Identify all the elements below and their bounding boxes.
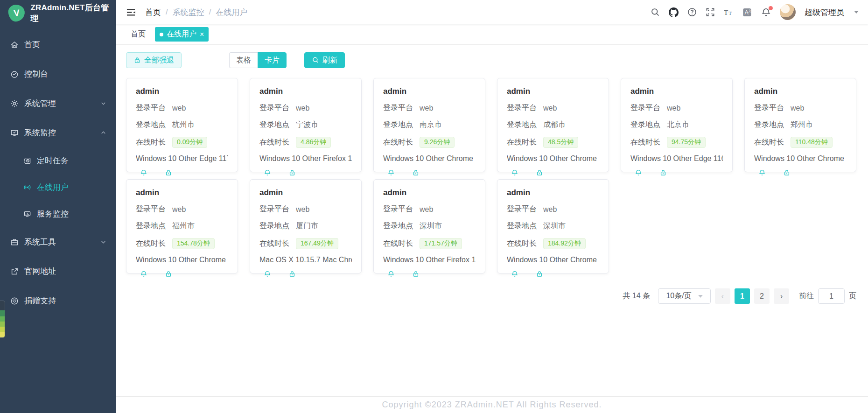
sidebar-item-official-site[interactable]: 官网地址 [0, 257, 116, 286]
dashboard-icon [10, 70, 19, 78]
force-logout-icon[interactable] [536, 169, 543, 176]
message-bell-icon[interactable] [140, 169, 147, 176]
chevron-down-icon [100, 239, 106, 245]
help-icon[interactable] [687, 7, 697, 17]
external-link-icon [10, 267, 19, 276]
toolbox-icon [10, 238, 19, 246]
location-value: 福州市 [172, 221, 195, 231]
message-bell-icon[interactable] [140, 270, 147, 278]
sidebar-item-scheduled-tasks[interactable]: 定时任务 [0, 147, 116, 174]
force-logout-icon[interactable] [783, 169, 791, 176]
message-bell-icon[interactable] [511, 169, 518, 176]
sidebar-item-label: 官网地址 [24, 266, 106, 277]
breadcrumb-system-monitor[interactable]: 系统监控 [173, 7, 204, 18]
platform-label: 登录平台 [630, 103, 660, 113]
online-users-icon [23, 183, 31, 191]
message-bell-icon[interactable] [264, 169, 271, 176]
force-logout-icon[interactable] [288, 169, 296, 176]
top-header: 首页 / 系统监控 / 在线用户 TT A文 [116, 0, 868, 24]
monitor-icon [10, 129, 19, 137]
user-card: admin 登录平台 web 登录地点 北京市 在线时长 94.75分钟 Win… [621, 78, 733, 172]
user-card: admin 登录平台 web 登录地点 郑州市 在线时长 110.48分钟 Wi… [744, 78, 856, 172]
message-bell-icon[interactable] [511, 270, 518, 278]
github-icon[interactable] [669, 7, 679, 17]
sidebar-item-label: 系统工具 [24, 237, 95, 247]
location-label: 登录地点 [259, 221, 289, 231]
message-bell-icon[interactable] [387, 169, 395, 176]
force-logout-icon[interactable] [165, 169, 172, 176]
avatar[interactable] [780, 4, 796, 20]
view-card-button[interactable]: 卡片 [258, 52, 287, 68]
prev-page-button[interactable]: ‹ [715, 288, 730, 304]
location-label: 登录地点 [507, 221, 537, 231]
location-value: 杭州市 [172, 120, 195, 130]
sidebar-item-label: 系统管理 [24, 98, 95, 109]
force-logout-icon[interactable] [165, 270, 172, 278]
search-icon[interactable] [651, 7, 660, 17]
user-card-grid: admin 登录平台 web 登录地点 杭州市 在线时长 0.09分钟 Wind… [126, 78, 856, 273]
left-edge-drag-widget[interactable] [0, 301, 5, 338]
sidebar-item-console[interactable]: 控制台 [0, 59, 116, 89]
force-logout-icon[interactable] [536, 270, 543, 278]
force-logout-icon[interactable] [412, 270, 420, 278]
message-bell-icon[interactable] [387, 270, 395, 278]
sidebar-menu: 首页 控制台 系统管理 系统监控 [0, 26, 116, 315]
chevron-down-icon[interactable] [854, 11, 859, 14]
platform-value: web [543, 104, 557, 112]
force-logout-icon[interactable] [288, 270, 296, 278]
location-label: 登录地点 [507, 120, 537, 130]
translate-icon[interactable]: A文 [742, 7, 752, 17]
location-label: 登录地点 [754, 120, 784, 130]
breadcrumb-home[interactable]: 首页 [145, 7, 161, 18]
tab-active-dot-icon [160, 33, 163, 36]
location-label: 登录地点 [630, 120, 660, 130]
message-bell-icon[interactable] [264, 270, 271, 278]
message-bell-icon[interactable] [635, 169, 642, 176]
card-actions [383, 270, 476, 278]
card-user-name: admin [507, 188, 599, 197]
duration-label: 在线时长 [136, 239, 166, 249]
goto-page-input[interactable] [818, 288, 845, 304]
sidebar-item-service-monitor[interactable]: 服务监控 [0, 201, 116, 227]
font-size-icon[interactable]: TT [724, 7, 734, 17]
sidebar-item-system-tools[interactable]: 系统工具 [0, 227, 116, 257]
user-card: admin 登录平台 web 登录地点 杭州市 在线时长 0.09分钟 Wind… [126, 78, 238, 172]
user-name[interactable]: 超级管理员 [805, 7, 844, 18]
duration-badge: 48.5分钟 [543, 137, 578, 148]
platform-label: 登录平台 [507, 103, 537, 113]
os-browser-text: Windows 10 Other Chrome 116.... [136, 256, 228, 264]
platform-value: web [420, 205, 433, 214]
notification-bell-icon[interactable] [761, 7, 771, 17]
location-value: 北京市 [667, 120, 689, 130]
tab-online-users[interactable]: 在线用户 × [155, 27, 209, 42]
app-title: ZRAdmin.NET后台管理 [30, 2, 116, 24]
sidebar-item-home[interactable]: 首页 [0, 30, 116, 59]
page-size-select[interactable]: 10条/页 [658, 288, 711, 304]
refresh-button[interactable]: 刷新 [304, 52, 345, 68]
force-logout-icon[interactable] [412, 169, 420, 176]
card-user-name: admin [383, 188, 476, 197]
sidebar-item-system-admin[interactable]: 系统管理 [0, 89, 116, 118]
sidebar-item-online-users[interactable]: 在线用户 [0, 174, 116, 201]
tab-home[interactable]: 首页 [126, 27, 150, 42]
next-page-button[interactable]: › [774, 288, 789, 304]
page-button-1[interactable]: 1 [735, 288, 750, 304]
message-bell-icon[interactable] [758, 169, 766, 176]
card-actions [136, 169, 228, 176]
menu-fold-icon[interactable] [126, 7, 136, 17]
platform-value: web [172, 104, 186, 112]
timer-icon [23, 157, 31, 165]
app-logo[interactable]: V ZRAdmin.NET后台管理 [0, 0, 116, 26]
fullscreen-icon[interactable] [706, 7, 715, 17]
platform-value: web [296, 205, 309, 214]
tab-close-icon[interactable]: × [200, 31, 204, 38]
location-value: 郑州市 [791, 120, 813, 130]
view-table-button[interactable]: 表格 [229, 52, 258, 68]
os-browser-text: Windows 10 Other Chrome 114.... [383, 154, 476, 163]
breadcrumb-online-users: 在线用户 [216, 7, 247, 18]
sidebar-item-donate[interactable]: 捐赠支持 [0, 286, 116, 315]
force-logout-icon[interactable] [659, 169, 667, 176]
page-button-2[interactable]: 2 [754, 288, 770, 304]
force-logout-all-button[interactable]: 全部强退 [126, 52, 182, 68]
sidebar-item-system-monitor[interactable]: 系统监控 [0, 118, 116, 147]
